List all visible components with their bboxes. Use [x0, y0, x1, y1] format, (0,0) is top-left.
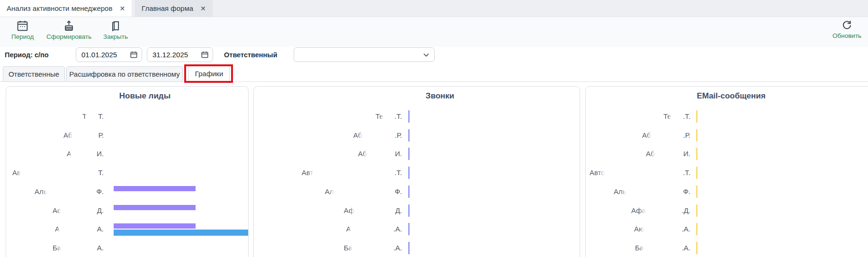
chart-title: EMail-сообщения [697, 91, 765, 101]
category-initials: И. [376, 149, 402, 159]
refresh-button[interactable]: Обновить [832, 19, 861, 39]
date-from-input[interactable]: 01.01.2025 [76, 47, 142, 62]
category-label-fragment: А [55, 224, 60, 234]
category-initials: Ф. [376, 187, 402, 196]
category-initials: Ф. [77, 187, 104, 196]
window-tab-label: Главная форма [142, 4, 193, 12]
category-initials: Д. [77, 206, 104, 215]
tick-bar-calls [408, 242, 410, 254]
category-label-fragment: Авт [302, 168, 313, 177]
category-initials: .А. [664, 243, 690, 253]
category-label-fragment: Аб [63, 131, 72, 140]
window-tab-analysis[interactable]: Анализ активности менеджеров ✕ [0, 0, 132, 17]
chart-panel-2: ЗвонкиТе.Т.Аб.Р.АбИ.Авт.Т.АлФ.АфД.А.А.Ба… [253, 86, 580, 257]
highlight-annotation-box [184, 64, 233, 83]
tick-bar-emails [696, 167, 698, 179]
category-initials: .Т. [664, 168, 690, 177]
category-label-fragment: А [346, 224, 351, 234]
refresh-icon [841, 19, 853, 31]
category-label-fragment: Аль [35, 187, 47, 196]
category-label-fragment: Ав [12, 168, 21, 177]
bar-blue [114, 230, 249, 236]
close-tab-icon[interactable]: ✕ [200, 5, 206, 12]
date-picker-icon[interactable] [201, 51, 209, 59]
view-tab-bar: Ответственные Расшифровка по ответственн… [0, 64, 868, 82]
tick-bar-emails [696, 186, 698, 198]
bar-purple [114, 223, 196, 229]
responsible-label: Ответственный [224, 51, 277, 59]
window-tab-strip: Анализ активности менеджеров ✕ Главная ф… [0, 0, 868, 17]
chart-title: Звонки [426, 91, 455, 101]
close-form-button[interactable]: Закрыть [103, 19, 128, 40]
category-label-fragment: Аб [642, 131, 651, 140]
tab-label: Ответственные [9, 70, 59, 78]
period-button-label: Период [11, 33, 34, 40]
tab-breakdown-by-responsible[interactable]: Расшифровка по ответственному [66, 66, 183, 82]
category-label-fragment: Аль [614, 187, 626, 196]
tick-bar-calls [408, 129, 410, 142]
category-initials: А. [77, 243, 104, 253]
category-label-fragment: Ал [325, 187, 334, 196]
close-button-label: Закрыть [103, 33, 128, 40]
chevron-down-icon [422, 51, 430, 59]
category-initials: Ф. [664, 187, 690, 196]
generate-button[interactable]: Сформировать [46, 19, 91, 40]
tick-bar-emails [696, 204, 698, 217]
responsible-select[interactable] [294, 47, 435, 62]
category-label-fragment: Ба [344, 243, 352, 253]
category-initials: Т. [77, 168, 104, 177]
category-label-fragment: Аб [358, 149, 367, 159]
period-button[interactable]: Период [11, 19, 34, 40]
period-range-label: Период: с/по [5, 51, 49, 59]
door-icon [109, 19, 122, 32]
refresh-button-label: Обновить [832, 32, 861, 39]
category-initials: А. [77, 224, 104, 234]
tick-bar-emails [696, 110, 698, 123]
date-to-input[interactable]: 31.12.2025 [147, 47, 213, 62]
tick-bar-calls [408, 204, 410, 217]
generate-report-icon [63, 19, 75, 32]
category-label-fragment: Т [82, 112, 87, 121]
category-label-fragment: Аф [344, 206, 355, 215]
category-initials: .А. [376, 243, 402, 253]
filter-row: Период: с/по 01.01.2025 31.12.2025 Ответ… [0, 47, 868, 64]
date-from-value: 01.01.2025 [76, 51, 130, 59]
category-initials: .А. [664, 224, 690, 234]
category-initials: .Т. [376, 168, 402, 177]
tab-responsibles[interactable]: Ответственные [3, 66, 65, 82]
generate-button-label: Сформировать [46, 33, 91, 40]
date-picker-icon[interactable] [130, 51, 138, 59]
category-initials: .А. [376, 224, 402, 234]
tick-bar-calls [408, 186, 410, 198]
tick-bar-emails [696, 148, 698, 160]
window-tab-label: Анализ активности менеджеров [7, 4, 112, 12]
category-initials: И. [77, 149, 104, 159]
category-initials: Р. [77, 131, 104, 140]
close-tab-icon[interactable]: ✕ [119, 5, 125, 12]
tick-bar-calls [408, 110, 410, 123]
category-label-fragment: Ба [635, 243, 644, 253]
category-initials: И. [664, 149, 690, 159]
category-initials: .Т. [376, 112, 402, 121]
window-tab-main-form[interactable]: Главная форма ✕ [135, 0, 213, 17]
category-label-fragment: Аб [646, 149, 655, 159]
category-initials: .Р. [376, 131, 402, 140]
category-label-fragment: Аб [353, 131, 362, 140]
tick-bar-emails [696, 223, 698, 235]
category-label-fragment: Ас [53, 206, 61, 215]
chart-title: Новые лиды [119, 91, 170, 101]
bar-purple [114, 205, 196, 210]
date-to-value: 31.12.2025 [147, 51, 201, 59]
tick-bar-calls [408, 223, 410, 235]
tick-bar-calls [408, 148, 410, 160]
tick-bar-calls [408, 167, 410, 179]
category-label-fragment: Аю [634, 224, 644, 234]
calendar-icon [16, 19, 29, 32]
category-initials: .Д. [664, 206, 690, 215]
category-label-fragment: Те [663, 112, 671, 121]
category-label-fragment: Авто [590, 168, 605, 177]
category-initials: .Т. [664, 112, 690, 121]
category-initials: Д. [376, 206, 402, 215]
category-initials: .Р. [664, 131, 690, 140]
category-label-fragment: А [67, 149, 72, 159]
